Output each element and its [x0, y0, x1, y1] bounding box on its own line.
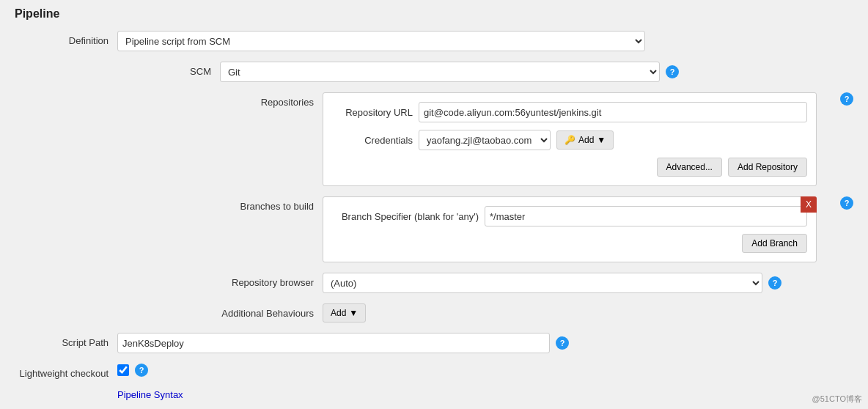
pipeline-syntax-link[interactable]: Pipeline Syntax — [117, 389, 183, 400]
credentials-select[interactable]: yaofang.zjl@taobao.com — [419, 130, 551, 150]
additional-behaviours-control: Add ▼ — [323, 303, 366, 323]
script-path-control: ? — [117, 333, 569, 353]
repositories-actions: Advanced... Add Repository — [332, 158, 807, 177]
lightweight-checkout-label: Lightweight checkout — [15, 364, 117, 379]
definition-label: Definition — [15, 31, 117, 46]
additional-behaviours-label: Additional Behaviours — [220, 303, 323, 319]
repositories-content: Repository URL Credentials yaofang.zjl@t… — [323, 92, 853, 186]
scm-select[interactable]: Git — [220, 62, 660, 82]
key-icon: 🔑 — [564, 135, 575, 145]
repositories-help-icon[interactable]: ? — [840, 92, 853, 106]
definition-row: Definition Pipeline script from SCM — [15, 31, 853, 51]
lightweight-checkout-help-icon[interactable]: ? — [135, 364, 148, 377]
watermark: @51CTO博客 — [812, 394, 862, 405]
repo-url-label: Repository URL — [332, 107, 413, 118]
definition-select[interactable]: Pipeline script from SCM — [117, 31, 645, 51]
repositories-label: Repositories — [220, 92, 323, 108]
scm-row: SCM Git ? — [117, 62, 853, 82]
lightweight-checkout-control: ? — [117, 364, 148, 377]
credentials-label: Credentials — [332, 135, 413, 146]
additional-behaviours-section: Additional Behaviours Add ▼ — [220, 303, 853, 323]
branch-actions: Add Branch — [332, 234, 807, 253]
add-behaviour-label: Add — [331, 308, 346, 318]
branches-box: X Branch Specifier (blank for 'any') Add… — [323, 196, 817, 262]
repo-browser-label: Repository browser — [220, 273, 323, 288]
repo-browser-help-icon[interactable]: ? — [768, 276, 781, 290]
credentials-row: Credentials yaofang.zjl@taobao.com 🔑 Add… — [332, 130, 807, 150]
repositories-section: Repositories Repository URL Credentials … — [220, 92, 853, 186]
script-path-help-icon[interactable]: ? — [556, 336, 569, 350]
scm-control: Git ? — [220, 62, 679, 82]
page-title: Pipeline — [15, 7, 853, 21]
script-path-label: Script Path — [15, 333, 117, 348]
repo-url-input[interactable] — [419, 102, 807, 122]
definition-control: Pipeline script from SCM — [117, 31, 853, 51]
branches-content: X Branch Specifier (blank for 'any') Add… — [323, 196, 853, 262]
lightweight-checkout-row: Lightweight checkout ? — [15, 364, 853, 379]
add-credentials-label: Add — [578, 135, 594, 145]
script-path-input[interactable] — [117, 333, 550, 353]
repo-browser-control: (Auto) ? — [323, 273, 781, 293]
pipeline-section: Pipeline Definition Pipeline script from… — [15, 7, 853, 400]
script-path-row: Script Path ? — [15, 333, 853, 353]
repo-browser-select[interactable]: (Auto) — [323, 273, 762, 293]
branch-specifier-input[interactable] — [485, 206, 807, 226]
advanced-button[interactable]: Advanced... — [657, 158, 722, 177]
branches-label: Branches to build — [220, 196, 323, 212]
repo-browser-section: Repository browser (Auto) ? — [220, 273, 853, 293]
scm-help-icon[interactable]: ? — [666, 65, 679, 78]
branches-section: Branches to build X Branch Specifier (bl… — [220, 196, 853, 262]
add-behaviour-button[interactable]: Add ▼ — [323, 303, 366, 323]
add-behaviour-arrow: ▼ — [349, 308, 358, 318]
branch-specifier-label: Branch Specifier (blank for 'any') — [332, 211, 479, 222]
pipeline-syntax-container: Pipeline Syntax — [15, 389, 853, 400]
repositories-box: Repository URL Credentials yaofang.zjl@t… — [323, 92, 817, 186]
remove-branch-button[interactable]: X — [801, 196, 817, 213]
lightweight-checkout-checkbox[interactable] — [117, 364, 129, 376]
branch-specifier-row: Branch Specifier (blank for 'any') — [332, 206, 807, 226]
scm-label: SCM — [117, 62, 220, 77]
add-repository-button[interactable]: Add Repository — [728, 158, 807, 177]
branches-help-icon[interactable]: ? — [840, 196, 853, 210]
repo-url-row: Repository URL — [332, 102, 807, 122]
add-credentials-button[interactable]: 🔑 Add ▼ — [556, 130, 614, 150]
add-dropdown-arrow: ▼ — [597, 135, 606, 145]
add-branch-button[interactable]: Add Branch — [742, 234, 807, 253]
